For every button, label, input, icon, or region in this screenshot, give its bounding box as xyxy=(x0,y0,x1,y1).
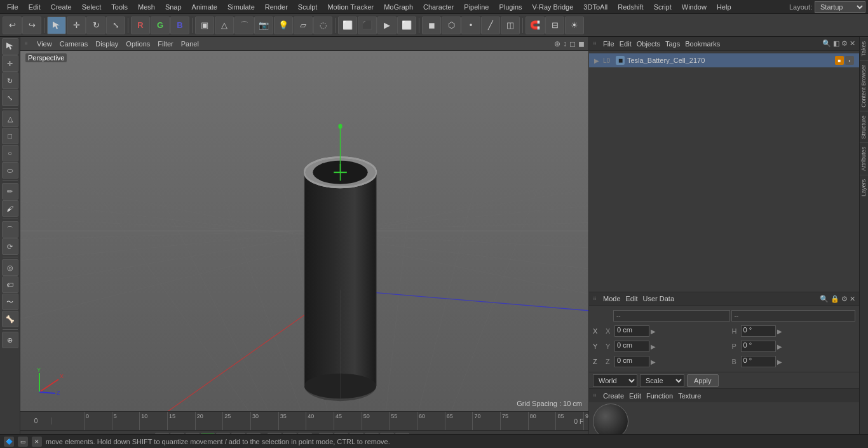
attr-b-triangle[interactable]: ▶ xyxy=(777,358,782,365)
obj-menu-objects[interactable]: Objects xyxy=(637,40,660,48)
mat-menu-edit[interactable]: Edit xyxy=(629,392,641,400)
select-tool-button[interactable] xyxy=(47,17,66,34)
status-icon-3[interactable]: ✕ xyxy=(32,437,42,447)
attr-x-input[interactable] xyxy=(614,325,649,337)
object-item-tesla[interactable]: ▶ L0 ◼ Tesla_Battery_Cell_2170 ■ • xyxy=(589,53,859,67)
obj-close-icon[interactable]: ✕ xyxy=(850,39,855,48)
face-mode-button[interactable]: ◫ xyxy=(501,17,520,34)
tab-attributes[interactable]: Attributes xyxy=(860,142,868,175)
light-button[interactable]: 💡 xyxy=(274,17,293,34)
sidebar-sphere-btn[interactable]: ○ xyxy=(2,145,18,161)
menu-window[interactable]: Window xyxy=(677,2,711,12)
attr-h-triangle[interactable]: ▶ xyxy=(777,328,782,335)
model-mode-button[interactable]: ◼ xyxy=(422,17,441,34)
menu-tools[interactable]: Tools xyxy=(107,2,132,12)
viewport-menu-filter[interactable]: Filter xyxy=(158,40,173,48)
attr-menu-userdata[interactable]: User Data xyxy=(643,295,675,302)
obj-settings-icon[interactable]: ⚙ xyxy=(841,39,848,48)
attr-b-input[interactable] xyxy=(741,356,776,367)
scale-tool-button[interactable]: ⤡ xyxy=(106,17,125,34)
menu-create[interactable]: Create xyxy=(46,2,76,12)
axis-y-button[interactable]: G xyxy=(151,17,170,34)
sidebar-extra-btn[interactable]: ⊕ xyxy=(2,332,18,348)
axis-z-button[interactable]: B xyxy=(170,17,189,34)
object-tag-color[interactable]: ■ xyxy=(835,56,844,65)
render-to-po-button[interactable]: ⬜ xyxy=(397,17,416,34)
layout-dropdown[interactable]: Startup xyxy=(815,1,865,13)
menu-character[interactable]: Character xyxy=(419,2,458,12)
sidebar-tag-btn[interactable]: 🏷 xyxy=(2,276,18,293)
mat-menu-texture[interactable]: Texture xyxy=(678,392,701,400)
status-icon-2[interactable]: ▭ xyxy=(18,437,28,447)
move-tool-button[interactable]: ✛ xyxy=(67,17,86,34)
attr-y-input[interactable] xyxy=(614,341,649,352)
sidebar-pen-btn[interactable]: ✏ xyxy=(2,183,18,200)
scale-dropdown[interactable]: Scale xyxy=(640,374,684,387)
redo-button[interactable]: ↪ xyxy=(22,17,41,34)
viewport-icon-3[interactable]: ◻ xyxy=(569,39,576,48)
edge-mode-button[interactable]: ╱ xyxy=(481,17,500,34)
sidebar-cyl-btn[interactable]: ⬭ xyxy=(2,162,18,179)
undo-button[interactable]: ↩ xyxy=(3,17,22,34)
render-view-button[interactable]: ⬜ xyxy=(338,17,357,34)
viewport-menu-view[interactable]: View xyxy=(37,40,52,48)
menu-help[interactable]: Help xyxy=(712,2,736,12)
object-tag-dot[interactable]: • xyxy=(845,56,854,65)
menu-redshift[interactable]: Redshift xyxy=(613,2,648,12)
sidebar-box-btn[interactable]: □ xyxy=(2,128,18,144)
tab-layers[interactable]: Layers xyxy=(860,175,868,200)
apply-button[interactable]: Apply xyxy=(687,374,719,387)
attr-p-input[interactable] xyxy=(741,341,776,352)
attr-x-triangle[interactable]: ▶ xyxy=(651,328,656,335)
object-expand-icon[interactable]: ▶ xyxy=(594,57,600,64)
mat-menu-function[interactable]: Function xyxy=(646,392,673,400)
snap-button[interactable]: 🧲 xyxy=(526,17,545,34)
menu-mesh[interactable]: Mesh xyxy=(133,2,159,12)
attr-close-icon[interactable]: ✕ xyxy=(850,295,855,303)
obj-filter-icon[interactable]: ◧ xyxy=(833,39,839,48)
menu-edit[interactable]: Edit xyxy=(24,2,45,12)
sidebar-bend-btn[interactable]: ⌒ xyxy=(2,221,18,238)
obj-menu-bookmarks[interactable]: Bookmarks xyxy=(685,40,720,48)
attr-settings-icon[interactable]: ⚙ xyxy=(841,295,848,303)
workplane-button[interactable]: ⊟ xyxy=(545,17,564,34)
viewport-menu-options[interactable]: Options xyxy=(126,40,150,48)
tab-structure[interactable]: Structure xyxy=(860,111,868,143)
obj-menu-file[interactable]: File xyxy=(603,40,614,48)
menu-3dtoall[interactable]: 3DToAll xyxy=(579,2,612,12)
viewport-icon-1[interactable]: ⊕ xyxy=(554,39,560,48)
sidebar-scale-btn[interactable]: ⤡ xyxy=(2,90,18,106)
viewport-menu-panel[interactable]: Panel xyxy=(181,40,199,48)
attr-menu-edit[interactable]: Edit xyxy=(626,295,638,302)
polygon-button[interactable]: △ xyxy=(215,17,234,34)
attr-y-triangle[interactable]: ▶ xyxy=(651,343,656,350)
sidebar-rig-btn[interactable]: 🦴 xyxy=(2,311,18,327)
menu-mograph[interactable]: MoGraph xyxy=(379,2,417,12)
mat-menu-create[interactable]: Create xyxy=(603,392,624,400)
menu-file[interactable]: File xyxy=(3,2,23,12)
menu-motion-tracker[interactable]: Motion Tracker xyxy=(323,2,378,12)
obj-search-icon[interactable]: 🔍 xyxy=(822,39,831,48)
viewport-menu-display[interactable]: Display xyxy=(95,40,118,48)
camera-button[interactable]: 📷 xyxy=(254,17,273,34)
world-dropdown[interactable]: World xyxy=(593,374,637,387)
attr-z-triangle[interactable]: ▶ xyxy=(651,358,656,365)
mesh-mode-button[interactable]: ⬡ xyxy=(442,17,461,34)
menu-select[interactable]: Select xyxy=(78,2,106,12)
obj-menu-edit[interactable]: Edit xyxy=(620,40,632,48)
sidebar-select-btn[interactable] xyxy=(2,38,18,55)
attr-p-triangle[interactable]: ▶ xyxy=(777,343,782,350)
point-mode-button[interactable]: • xyxy=(461,17,480,34)
tab-content-browser[interactable]: Content Browser xyxy=(860,60,868,111)
sidebar-rotate-btn[interactable]: ↻ xyxy=(2,72,18,89)
menu-sculpt[interactable]: Sculpt xyxy=(294,2,322,12)
menu-vray[interactable]: V-Ray Bridge xyxy=(528,2,578,12)
menu-render[interactable]: Render xyxy=(261,2,292,12)
axis-x-button[interactable]: R xyxy=(131,17,150,34)
viewport-menu-cameras[interactable]: Cameras xyxy=(60,40,88,48)
sidebar-deform-btn[interactable]: 〜 xyxy=(2,294,18,310)
timeline-ruler[interactable]: 0 5 10 15 20 25 30 35 40 45 50 55 60 65 … xyxy=(84,412,588,430)
interactive-render-button[interactable]: ⬛ xyxy=(358,17,377,34)
rotate-tool-button[interactable]: ↻ xyxy=(86,17,105,34)
menu-simulate[interactable]: Simulate xyxy=(223,2,259,12)
